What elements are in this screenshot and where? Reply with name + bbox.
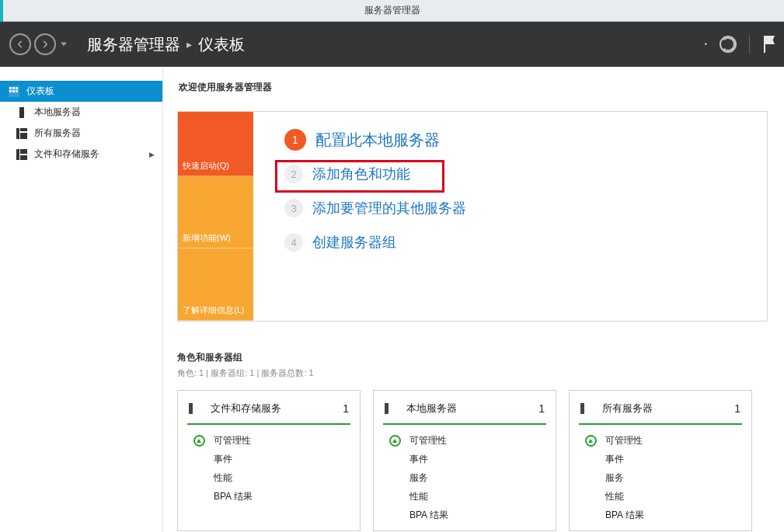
arrow-left-icon [15, 39, 26, 50]
tile-divider [383, 423, 546, 425]
quickstart-tab[interactable]: 快速启动(Q) [178, 112, 253, 176]
tile-title: 文件和存储服务 [211, 402, 281, 416]
svg-rect-1 [9, 87, 12, 89]
tile-row-performance[interactable]: 性能 [580, 487, 740, 506]
tile-row-events[interactable]: 事件 [385, 450, 545, 468]
step-label: 添加角色和功能 [312, 165, 410, 183]
tile-row-manageability[interactable]: 可管理性 [580, 431, 740, 450]
tile-count: 1 [734, 402, 740, 415]
window-title: 服务器管理器 [364, 4, 420, 17]
tile-count: 1 [343, 402, 349, 415]
tile-row-label: BPA 结果 [409, 509, 448, 522]
tile-row-events[interactable]: 事件 [580, 450, 740, 468]
status-up-icon [388, 433, 402, 447]
tile-all-servers[interactable]: 所有服务器 1 可管理性 事件 服务 性能 BPA 结果 [569, 390, 752, 531]
step-number: 2 [284, 165, 303, 183]
forward-button[interactable] [34, 33, 56, 55]
roles-groups-section: 角色和服务器组 角色: 1 | 服务器组: 1 | 服务器总数: 1 文件和存储… [177, 351, 784, 531]
svg-rect-2 [12, 87, 15, 89]
quickstart-left-column: 快速启动(Q) 新增功能(W) 了解详细信息(L) [178, 112, 253, 321]
whatsnew-tab[interactable]: 新增功能(W) [178, 176, 253, 249]
svg-rect-7 [19, 107, 24, 118]
status-up-icon [584, 433, 598, 447]
tile-row-label: 服务 [605, 471, 624, 485]
tile-header: 本地服务器 1 [385, 398, 545, 419]
tile-storage[interactable]: 文件和存储服务 1 可管理性 事件 性能 BPA 结果 [177, 390, 361, 531]
tile-local-server[interactable]: 本地服务器 1 可管理性 事件 服务 性能 BPA 结果 [373, 390, 556, 531]
tile-row-bpa[interactable]: BPA 结果 [580, 506, 740, 524]
sidebar-item-dashboard[interactable]: 仪表板 [0, 81, 162, 102]
whatsnew-tab-label: 新增功能(W) [183, 232, 231, 244]
step-add-servers[interactable]: 3 添加要管理的其他服务器 [253, 191, 767, 225]
tile-row-manageability[interactable]: 可管理性 [385, 431, 545, 450]
svg-rect-6 [16, 90, 18, 92]
sidebar-item-storage[interactable]: 文件和存储服务 ▶ [0, 144, 162, 165]
breadcrumb-current: 仪表板 [198, 34, 245, 55]
refresh-button[interactable] [720, 36, 737, 53]
step-label: 配置此本地服务器 [315, 130, 440, 151]
svg-rect-4 [9, 90, 12, 92]
breadcrumb-root[interactable]: 服务器管理器 [87, 34, 180, 55]
tile-row-label: 事件 [214, 453, 232, 466]
tile-row-label: 性能 [605, 490, 624, 503]
tile-row-events[interactable]: 事件 [189, 450, 349, 468]
step-number: 3 [284, 199, 303, 217]
svg-rect-12 [20, 149, 27, 154]
tile-row-label: 性能 [409, 490, 428, 503]
header-divider [749, 35, 750, 54]
step-create-group[interactable]: 4 创建服务器组 [253, 225, 767, 259]
tile-divider [187, 423, 350, 425]
svg-rect-11 [16, 149, 19, 160]
sidebar-item-all-servers[interactable]: 所有服务器 [0, 123, 162, 144]
section-subtitle: 角色: 1 | 服务器组: 1 | 服务器总数: 1 [177, 367, 784, 379]
header-bullet: • [705, 40, 707, 48]
back-button[interactable] [9, 33, 31, 55]
step-number: 1 [284, 129, 306, 151]
storage-icon [16, 148, 28, 161]
sidebar-item-label: 本地服务器 [34, 106, 81, 119]
notifications-flag-icon[interactable] [762, 36, 775, 53]
step-configure-server[interactable]: 1 配置此本地服务器 [253, 123, 767, 157]
tile-row-performance[interactable]: 性能 [189, 468, 349, 487]
chevron-right-icon: ▶ [149, 151, 155, 158]
tile-row-label: 性能 [214, 471, 232, 485]
svg-rect-10 [20, 133, 27, 139]
tile-row-label: 可管理性 [409, 434, 447, 447]
sidebar-item-label: 仪表板 [26, 85, 54, 98]
titlebar: 服务器管理器 [0, 0, 784, 22]
tile-row-label: BPA 结果 [605, 509, 644, 522]
step-number: 4 [284, 233, 303, 252]
svg-rect-9 [20, 128, 27, 131]
step-add-roles[interactable]: 2 添加角色和功能 [253, 157, 767, 191]
tile-row-label: 服务 [409, 471, 428, 485]
sidebar-item-label: 所有服务器 [34, 127, 81, 140]
all-servers-icon [16, 127, 28, 140]
quickstart-panel: 快速启动(Q) 新增功能(W) 了解详细信息(L) 1 配置此本地服务器 2 添… [177, 111, 768, 322]
tile-row-services[interactable]: 服务 [385, 468, 545, 487]
tile-row-services[interactable]: 服务 [580, 468, 740, 487]
sidebar: 仪表板 本地服务器 所有服务器 文件和存储服务 ▶ [0, 67, 163, 532]
tile-header: 文件和存储服务 1 [189, 398, 349, 419]
tile-row-bpa[interactable]: BPA 结果 [189, 487, 349, 506]
titlebar-accent [0, 0, 3, 22]
nav-history-dropdown[interactable] [59, 41, 68, 47]
tile-title: 所有服务器 [602, 402, 653, 416]
dashboard-icon [8, 85, 20, 98]
section-title: 角色和服务器组 [177, 351, 784, 364]
welcome-heading: 欢迎使用服务器管理器 [177, 81, 784, 94]
local-server-icon [385, 403, 399, 414]
tile-divider [579, 423, 742, 425]
step-label: 创建服务器组 [312, 233, 396, 252]
tile-row-bpa[interactable]: BPA 结果 [385, 506, 545, 524]
tile-title: 本地服务器 [406, 402, 457, 416]
learnmore-tab[interactable]: 了解详细信息(L) [178, 249, 253, 321]
status-up-icon [192, 433, 206, 447]
tile-row-label: 可管理性 [605, 434, 643, 447]
quickstart-tab-label: 快速启动(Q) [183, 160, 229, 172]
sidebar-item-local-server[interactable]: 本地服务器 [0, 102, 162, 123]
tile-row-manageability[interactable]: 可管理性 [189, 431, 349, 450]
tile-count: 1 [538, 402, 545, 415]
tile-row-performance[interactable]: 性能 [385, 487, 545, 506]
tile-header: 所有服务器 1 [580, 398, 740, 419]
sidebar-item-label: 文件和存储服务 [34, 148, 99, 161]
